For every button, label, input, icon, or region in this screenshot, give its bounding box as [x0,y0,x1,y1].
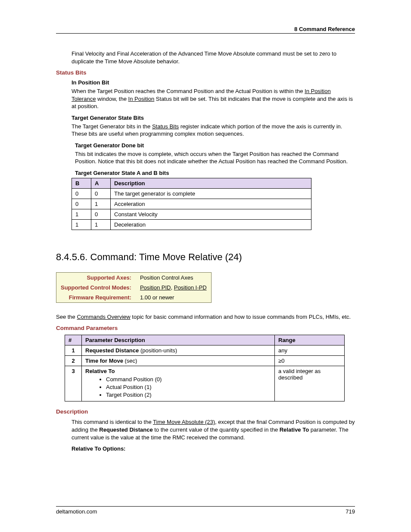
text-fragment: window, the [96,96,128,102]
position-ipd-link[interactable]: Position I-PD [174,284,207,291]
param-desc: Relative To Command Position (0) Actual … [82,366,275,401]
cell-desc: Constant Velocity [111,209,311,219]
supported-axes-label: Supported Axes: [56,272,136,283]
target-generator-done-text: This bit indicates the move is complete,… [75,150,355,165]
target-generator-ab-heading: Target Generator State A and B bits [75,170,355,176]
in-position-bit-text: When the Target Position reaches the Com… [72,87,355,110]
param-qual: (sec) [123,358,137,364]
cell-a: 1 [91,219,111,230]
param-name: Relative To [85,368,115,374]
cell-b: 1 [72,209,91,219]
table-header-desc: Description [111,178,311,188]
table-header-range: Range [275,335,345,345]
target-generator-done-heading: Target Generator Done bit [75,142,355,149]
text-fragment: to the current value of the quantity spe… [153,426,280,433]
description-text: This command is identical to the Time Mo… [72,418,355,441]
list-item: Target Position (2) [106,392,271,398]
param-num: 3 [65,366,82,401]
cell-desc: Acceleration [111,199,311,209]
table-row: 1 Requested Distance (position-units) an… [65,345,345,356]
page-footer: deltamotion.com 719 [56,506,355,515]
param-name: Requested Distance [85,347,139,354]
table-row: 3 Relative To Command Position (0) Actua… [65,366,345,401]
table-row: 1 1 Deceleration [72,219,311,230]
param-num: 1 [65,345,82,356]
param-range: ≥0 [275,356,345,366]
param-qual: (position-units) [139,347,177,354]
cell-desc: The target generator is complete [111,188,311,199]
cell-b: 0 [72,199,91,209]
overview-paragraph: See the Commands Overview topic for basi… [56,313,355,321]
page-header: 8 Command Reference [56,26,355,34]
text-fragment: The Target Generator bits in the [72,123,152,130]
text-fragment: When the Target Position reaches the Com… [72,88,305,94]
relative-to-options-list: Command Position (0) Actual Position (1)… [85,376,271,398]
table-header-num: # [65,335,82,345]
page-number: 719 [346,508,355,515]
section-heading: 8.4.5.6. Command: Time Move Relative (24… [56,252,355,263]
command-parameters-heading: Command Parameters [56,325,355,331]
table-row: 2 Time for Move (sec) ≥0 [65,356,345,366]
param-desc: Time for Move (sec) [82,356,275,366]
param-range: any [275,345,345,356]
supported-modes-label: Supported Control Modes: [56,283,136,292]
supported-modes-value: Position PID, Position I-PD [136,283,211,292]
target-generator-state-bits-heading: Target Generator State Bits [72,115,355,121]
param-num: 2 [65,356,82,366]
text-fragment: See the [56,314,77,320]
status-bits-link[interactable]: Status Bits [152,123,179,130]
status-bits-heading: Status Bits [56,69,355,76]
param-range: a valid integer as described [275,366,345,401]
list-item: Command Position (0) [106,376,271,383]
cell-desc: Deceleration [111,219,311,230]
cell-b: 1 [72,219,91,230]
table-row: 0 1 Acceleration [72,199,311,209]
command-info-box: Supported Axes: Position Control Axes Su… [56,272,212,303]
in-position-link[interactable]: In Position [128,96,155,102]
param-desc: Requested Distance (position-units) [82,345,275,356]
text-fragment: This command is identical to the [72,419,153,425]
commands-overview-link[interactable]: Commands Overview [77,314,130,320]
table-header-a: A [91,178,111,188]
cell-a: 0 [91,209,111,219]
table-header-b: B [72,178,91,188]
target-generator-state-bits-text: The Target Generator bits in the Status … [72,123,355,138]
cell-b: 0 [72,188,91,199]
table-header-desc: Parameter Description [82,335,275,345]
table-row: 1 0 Constant Velocity [72,209,311,219]
cell-a: 1 [91,199,111,209]
footer-domain: deltamotion.com [56,508,97,515]
bold-text: Requested Distance [99,426,153,433]
supported-axes-value: Position Control Axes [136,272,211,283]
text-fragment: , [171,284,174,291]
firmware-req-value: 1.00 or newer [136,292,211,303]
text-fragment: topic for basic command information and … [131,314,351,320]
in-position-bit-heading: In Position Bit [72,79,355,86]
cell-a: 0 [91,188,111,199]
intro-paragraph: Final Velocity and Final Acceleration of… [72,50,355,65]
param-name: Time for Move [85,358,123,364]
time-move-absolute-link[interactable]: Time Move Absolute (23) [153,419,215,425]
table-row: 0 0 The target generator is complete [72,188,311,199]
list-item: Actual Position (1) [106,384,271,390]
state-bits-table: B A Description 0 0 The target generator… [72,178,311,230]
firmware-req-label: Firmware Requirement: [56,292,136,303]
relative-to-options-heading: Relative To Options: [72,445,355,452]
bold-text: Relative To [280,426,309,433]
description-heading: Description [56,408,355,415]
position-pid-link[interactable]: Position PID [140,284,171,291]
parameters-table: # Parameter Description Range 1 Requeste… [65,335,345,401]
